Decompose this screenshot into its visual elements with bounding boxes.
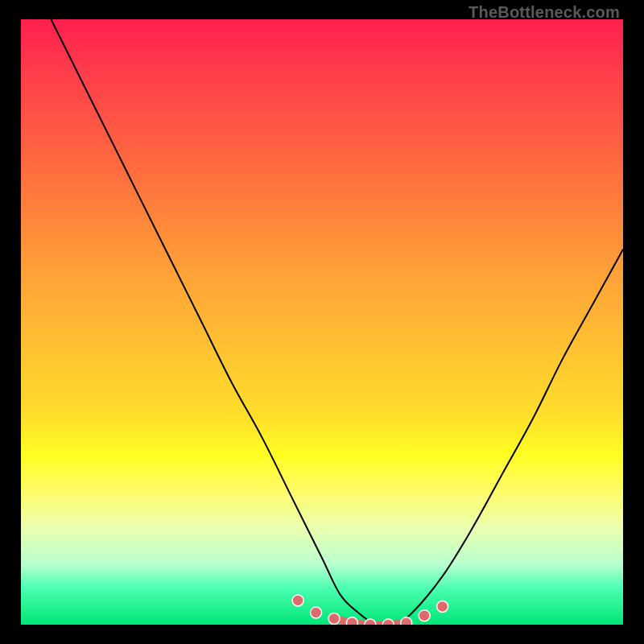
marker-point [311, 607, 322, 618]
marker-point [346, 617, 357, 625]
chart-svg [21, 19, 623, 625]
marker-point [328, 613, 340, 624]
marker-point [437, 601, 448, 612]
marker-point [419, 610, 430, 621]
marker-point [365, 619, 376, 625]
marker-point [401, 617, 412, 625]
attribution-label: TheBottleneck.com [469, 3, 620, 22]
bottleneck-curve [51, 19, 623, 625]
marker-point [292, 595, 303, 606]
marker-point [382, 619, 394, 625]
chart-frame [21, 19, 623, 625]
